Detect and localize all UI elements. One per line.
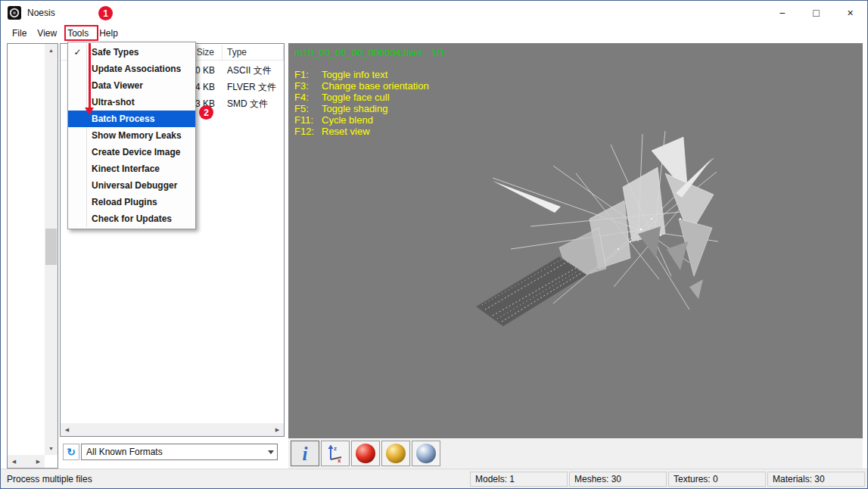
axes-orientation-button[interactable]: z x bbox=[321, 441, 350, 466]
help-line: F3:Change base orientation bbox=[294, 80, 429, 92]
svg-text:x: x bbox=[338, 457, 341, 463]
file-type: SMD 文件 bbox=[222, 95, 284, 112]
file-type: FLVER 文件 bbox=[222, 79, 284, 95]
window-title: Noesis bbox=[27, 8, 55, 18]
tools-dropdown-menu: ✓Safe Types Update Associations Data Vie… bbox=[67, 42, 196, 229]
status-cells: Models: 1 Meshes: 30 Textures: 0 Materia… bbox=[468, 472, 865, 487]
scroll-right-icon[interactable]: ▶ bbox=[32, 455, 45, 468]
menu-file[interactable]: File bbox=[7, 25, 32, 43]
gold-sphere-icon bbox=[386, 444, 406, 463]
window-controls: − □ × bbox=[765, 1, 867, 24]
title-bar: Noesis − □ × bbox=[1, 1, 867, 25]
annotation-step-2-badge: 2 bbox=[199, 105, 213, 120]
app-icon bbox=[8, 6, 21, 20]
svg-text:z: z bbox=[334, 445, 337, 452]
menu-item-create-device-image[interactable]: Create Device Image bbox=[68, 144, 195, 160]
menu-item-data-viewer[interactable]: Data Viewer bbox=[68, 77, 195, 94]
scroll-left-icon[interactable]: ◀ bbox=[61, 423, 73, 436]
menu-tools[interactable]: Tools bbox=[62, 25, 94, 43]
annotation-arrow-line bbox=[89, 43, 91, 108]
help-line: F4:Toggle face cull bbox=[294, 92, 429, 103]
help-line: F1:Toggle info text bbox=[294, 69, 429, 80]
format-filter-value: All Known Formats bbox=[82, 447, 264, 457]
folder-tree-panel[interactable]: ▲ ▼ ◀ ▶ bbox=[7, 43, 58, 469]
status-meshes: Meshes: 30 bbox=[569, 472, 667, 487]
help-line: F5:Toggle shading bbox=[294, 103, 429, 114]
menu-item-reload-plugins[interactable]: Reload Plugins bbox=[68, 194, 195, 210]
tree-vertical-scrollbar[interactable]: ▲ ▼ bbox=[45, 44, 58, 455]
refresh-button[interactable]: ↻ bbox=[63, 444, 79, 460]
menu-view[interactable]: View bbox=[32, 25, 62, 43]
combobox-dropdown-button[interactable] bbox=[264, 444, 277, 459]
menu-help[interactable]: Help bbox=[94, 25, 123, 43]
material-preview-button[interactable] bbox=[412, 441, 440, 466]
checkmark-icon: ✓ bbox=[71, 44, 84, 61]
shading-gold-button[interactable] bbox=[381, 441, 410, 466]
axes-icon: z x bbox=[325, 444, 345, 463]
help-line: F11:Cycle blend bbox=[294, 114, 429, 126]
annotation-step-1-badge: 1 bbox=[98, 6, 113, 20]
status-bar: Process multiple files Models: 1 Meshes:… bbox=[1, 469, 867, 488]
shading-red-button[interactable] bbox=[351, 441, 380, 466]
toggle-info-button[interactable]: i bbox=[291, 441, 319, 466]
material-sphere-icon bbox=[416, 444, 436, 463]
menu-item-universal-debugger[interactable]: Universal Debugger bbox=[68, 177, 195, 194]
format-filter-row: ↻ All Known Formats bbox=[63, 443, 284, 461]
menu-bar: File View Tools Help bbox=[1, 25, 867, 43]
menu-item-safe-types[interactable]: ✓Safe Types bbox=[68, 44, 195, 61]
refresh-icon: ↻ bbox=[67, 446, 76, 458]
tree-scrollbar-thumb[interactable] bbox=[45, 229, 57, 265]
status-materials: Materials: 30 bbox=[767, 472, 865, 487]
scroll-down-icon[interactable]: ▼ bbox=[45, 442, 58, 455]
column-header-type[interactable]: Type bbox=[222, 45, 284, 60]
model-viewport[interactable]: m10_00_00_00_000004.flver - 1/1 F1:Toggl… bbox=[288, 43, 863, 438]
model-title: m10_00_00_00_000004.flver - 1/1 bbox=[294, 47, 445, 58]
menu-item-update-associations[interactable]: Update Associations bbox=[68, 61, 195, 77]
annotation-arrow-head bbox=[85, 107, 94, 115]
status-models: Models: 1 bbox=[470, 472, 568, 487]
chevron-down-icon bbox=[268, 450, 274, 454]
menu-item-show-memory-leaks[interactable]: Show Memory Leaks bbox=[68, 127, 195, 144]
minimize-button[interactable]: − bbox=[765, 1, 799, 24]
scroll-right-icon[interactable]: ▶ bbox=[271, 423, 284, 436]
red-sphere-icon bbox=[356, 444, 375, 463]
info-icon: i bbox=[303, 444, 308, 463]
status-textures: Textures: 0 bbox=[668, 472, 766, 487]
hotkey-help-text: F1:Toggle info text F3:Change base orien… bbox=[294, 69, 429, 137]
status-message: Process multiple files bbox=[7, 474, 468, 484]
close-button[interactable]: × bbox=[833, 1, 867, 24]
noesis-window: Noesis − □ × File View Tools Help 1 2 ✓S… bbox=[0, 0, 868, 489]
tree-horizontal-scrollbar[interactable]: ◀ ▶ bbox=[8, 455, 45, 468]
model-render bbox=[462, 128, 720, 340]
scroll-up-icon[interactable]: ▲ bbox=[45, 44, 58, 57]
scroll-left-icon[interactable]: ◀ bbox=[8, 455, 20, 468]
format-filter-combobox[interactable]: All Known Formats bbox=[81, 444, 278, 460]
maximize-button[interactable]: □ bbox=[799, 1, 833, 24]
help-line: F12:Reset view bbox=[294, 126, 429, 137]
menu-item-kinect-interface[interactable]: Kinect Interface bbox=[68, 160, 195, 177]
viewport-toolbar: i z x bbox=[288, 438, 863, 469]
menu-item-check-for-updates[interactable]: Check for Updates bbox=[68, 210, 195, 227]
file-type: ASCII 文件 bbox=[222, 62, 284, 79]
file-list-horizontal-scrollbar[interactable]: ◀ ▶ bbox=[61, 423, 284, 436]
